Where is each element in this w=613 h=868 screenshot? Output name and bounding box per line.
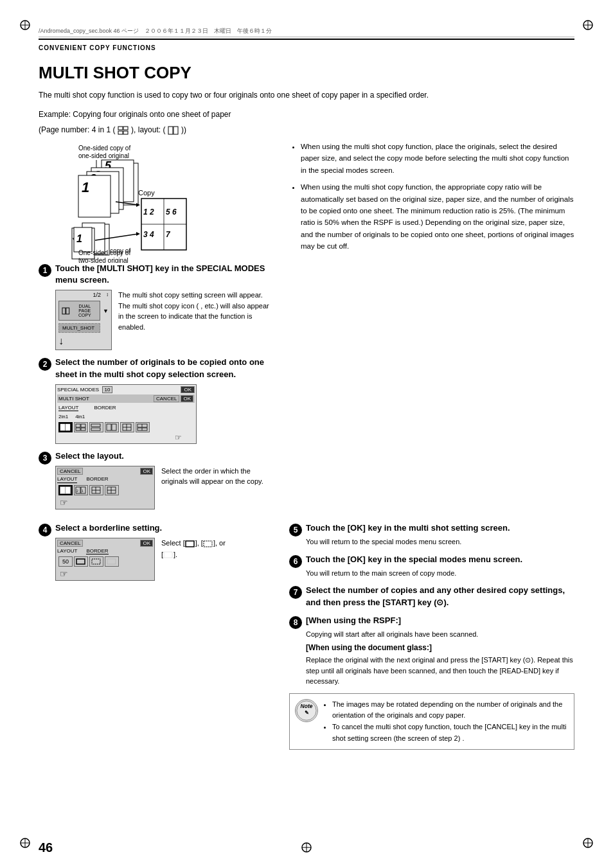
svg-text:Copy: Copy: [138, 189, 155, 197]
svg-rect-54: [62, 308, 66, 314]
step6-box: 6 Touch the [OK] key in the special mode…: [289, 554, 574, 579]
intro-text: The multi shot copy function is used to …: [39, 89, 574, 101]
svg-text:one-sided original: one-sided original: [78, 152, 129, 159]
svg-text:2: 2: [66, 488, 69, 493]
corner-mark-bl: [19, 837, 31, 849]
svg-marker-51: [136, 232, 140, 236]
step7-heading: Select the number of copies and any othe…: [306, 585, 574, 608]
svg-rect-64: [107, 424, 111, 430]
svg-text:2: 2: [76, 489, 78, 493]
section-title: CONVENIENT COPY FUNCTIONS: [39, 44, 156, 51]
bullet-item-2: When using the multi shot copy function,…: [301, 181, 574, 252]
svg-rect-92: [164, 552, 172, 558]
svg-rect-15: [123, 131, 128, 134]
filepath-text: /Andromeda_copy_sec.book 46 ページ ２００６年１１月…: [39, 27, 272, 35]
step4-content: Select a borderline setting. CANCEL OK L…: [55, 522, 276, 581]
svg-rect-12: [118, 127, 123, 130]
svg-rect-61: [81, 428, 85, 430]
two-col-layout: One-sided copy of one-sided original 7 5: [39, 141, 574, 516]
page-wrapper: /Andromeda_copy_sec.book 46 ページ ２００６年１１月…: [0, 0, 613, 868]
steps-right: 5 Touch the [OK] key in the multi shot s…: [289, 522, 574, 750]
corner-mark-br: [582, 837, 594, 849]
step5-number: 5: [289, 524, 302, 536]
svg-rect-14: [118, 131, 123, 134]
step2-box: 2 Select the number of originals to be c…: [39, 357, 276, 443]
example-line1: Example: Copying four originals onto one…: [39, 109, 574, 120]
step1-box: 1 Touch the [MULTI SHOT] key in the SPEC…: [39, 263, 276, 350]
step6-number: 6: [289, 555, 302, 568]
header-bar: CONVENIENT COPY FUNCTIONS: [39, 39, 574, 52]
step8-number: 8: [289, 616, 302, 629]
svg-rect-17: [173, 127, 178, 134]
svg-text:1: 1: [82, 179, 89, 195]
svg-text:1: 1: [76, 233, 82, 244]
step1-number: 1: [39, 264, 51, 277]
step5-description: You will return to the special modes men…: [306, 536, 574, 547]
svg-rect-62: [91, 424, 100, 427]
step7-content: Select the number of copies and any othe…: [306, 585, 574, 608]
step3-screen: CANCEL OK LAYOUT BORDER: [55, 466, 155, 509]
step3-number: 3: [39, 452, 51, 465]
step1-description: The multi shot copy setting screen will …: [118, 290, 276, 350]
page-number: 46: [39, 840, 53, 855]
svg-rect-71: [138, 428, 147, 430]
svg-rect-91: [204, 541, 212, 547]
note-icon: Note ✎: [295, 699, 318, 722]
step6-heading: Touch the [OK] key in the special modes …: [306, 554, 574, 565]
svg-rect-87: [76, 559, 85, 564]
svg-rect-88: [92, 559, 100, 564]
step4-screen: CANCEL OK LAYOUT BORDER 50: [55, 538, 155, 581]
svg-text:✎: ✎: [305, 710, 309, 716]
svg-rect-59: [81, 424, 85, 427]
svg-rect-65: [112, 424, 116, 430]
svg-rect-69: [138, 424, 147, 427]
svg-rect-55: [66, 308, 69, 314]
step1-content: Touch the [MULTI SHOT] key in the SPECIA…: [55, 263, 276, 350]
diagram-area: One-sided copy of one-sided original 7 5: [39, 141, 276, 263]
step6-description: You will return to the main screen of co…: [306, 568, 574, 579]
svg-text:1: 1: [61, 488, 64, 493]
page-title: MULTI SHOT COPY: [39, 63, 574, 83]
step7-box: 7 Select the number of copies and any ot…: [289, 585, 574, 608]
multi-shot-btn[interactable]: MULTI_SHOT: [58, 323, 100, 333]
step3-heading: Select the layout.: [55, 450, 276, 462]
step4-heading: Select a borderline setting.: [55, 522, 276, 534]
bullet-list: When using the multi shot copy function,…: [289, 141, 574, 252]
step5-content: Touch the [OK] key in the multi shot set…: [306, 522, 574, 547]
step4-description: Select [], [], or [].: [161, 538, 226, 560]
step8-box: 8 [When using the RSPF:] Copying will st…: [289, 615, 574, 687]
filepath-line: /Andromeda_copy_sec.book 46 ページ ２００６年１１月…: [39, 27, 574, 37]
step8-glass-heading: [When using the document glass:]: [306, 643, 574, 652]
svg-text:3 4: 3 4: [143, 230, 154, 239]
svg-rect-13: [123, 127, 128, 130]
step1-heading: Touch the [MULTI SHOT] key in the SPECIA…: [55, 263, 276, 286]
step2-number: 2: [39, 358, 51, 371]
step3-box: 3 Select the layout. CANCEL OK: [39, 450, 276, 509]
svg-text:1: 1: [82, 489, 84, 493]
step3-description: Select the order in which the originals …: [161, 466, 276, 487]
step2-content: Select the number of originals to be cop…: [55, 357, 276, 443]
corner-mark-tl: [19, 19, 31, 31]
step8-content: [When using the RSPF:] Copying will star…: [306, 615, 574, 687]
svg-text:One-sided copy of: One-sided copy of: [78, 145, 130, 152]
step2-heading: Select the number of originals to be cop…: [55, 357, 276, 380]
svg-rect-16: [168, 127, 173, 134]
svg-text:One-sided copy of: One-sided copy of: [78, 249, 130, 256]
note-item-2: To cancel the multi shot copy function, …: [332, 722, 569, 744]
col-right: When using the multi shot copy function,…: [289, 141, 574, 516]
example-line2: (Page number: 4 in 1 ( ), layout: ( )): [39, 124, 574, 136]
step3-content: Select the layout. CANCEL OK LAYOUT: [55, 450, 276, 509]
svg-rect-57: [66, 424, 70, 430]
dual-page-btn[interactable]: DUAL PAGECOPY: [58, 301, 100, 321]
main-content: MULTI SHOT COPY The multi shot copy func…: [39, 58, 574, 829]
step5-box: 5 Touch the [OK] key in the multi shot s…: [289, 522, 574, 547]
svg-text:Note: Note: [301, 703, 313, 709]
svg-rect-89: [107, 559, 116, 564]
note-box: Note ✎ The images may be rotated dependi…: [289, 693, 574, 750]
svg-text:1 2: 1 2: [143, 208, 154, 217]
step4-box: 4 Select a borderline setting. CANCEL OK: [39, 522, 276, 581]
svg-text:two-sided original: two-sided original: [78, 257, 129, 263]
svg-rect-90: [186, 541, 194, 547]
note-list: The images may be rotated depending on t…: [323, 699, 569, 744]
svg-rect-56: [60, 424, 65, 430]
